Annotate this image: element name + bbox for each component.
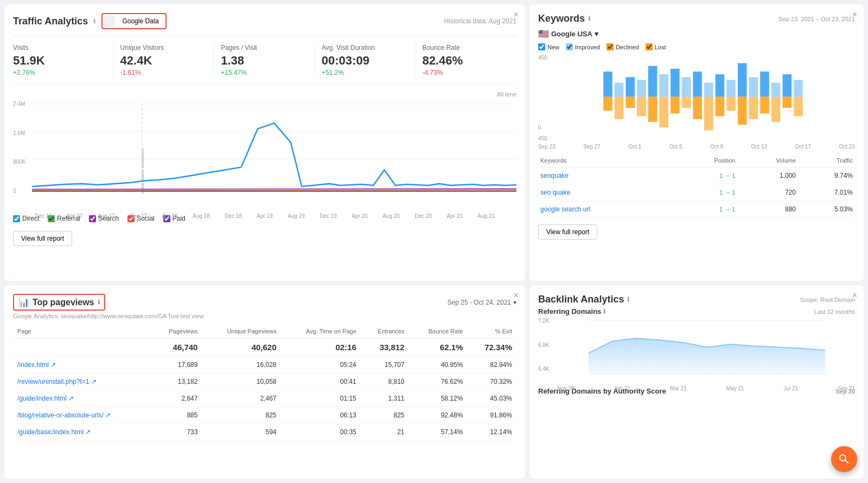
filter-improved[interactable]: Improved <box>566 43 600 50</box>
metric-visits: Visits 51.9K +2.76% <box>13 42 114 79</box>
x-aug18: Aug 18 <box>193 213 210 219</box>
filter-new-checkbox[interactable] <box>538 43 545 50</box>
kw-link-google-search[interactable]: google search url <box>540 205 590 213</box>
kw-link-seoquake2[interactable]: seo quake <box>540 189 570 196</box>
metric-uv-change: -1.61% <box>120 69 208 76</box>
keywords-table: Keywords Position Volume Traffic seoquak… <box>538 154 855 218</box>
kw-x-oct17: Oct 17 <box>795 144 811 150</box>
semrush-data-btn[interactable] <box>104 15 114 27</box>
kw-traffic-seoquake: 9.74% <box>798 168 855 184</box>
metric-pv-change: +15.47% <box>221 69 308 76</box>
kw-pos-seoquake: 1 → 1 <box>674 168 738 184</box>
filter-lost-label: Lost <box>655 44 666 50</box>
kw-link-seoquake[interactable]: seoquake <box>540 172 569 179</box>
svg-rect-17 <box>716 74 725 96</box>
svg-rect-40 <box>771 96 781 121</box>
x-aug20: Aug 20 <box>382 213 400 219</box>
search-fab[interactable] <box>831 446 857 472</box>
metric-visits-label: Visits <box>13 44 107 51</box>
kw-y-positive: 450 <box>538 55 547 61</box>
country-select[interactable]: 🇺🇸 Google USA ▾ <box>538 29 855 39</box>
pageviews-close-btn[interactable]: × <box>514 291 519 300</box>
bl-y-68k: 6.8K <box>538 342 550 348</box>
pv-row-4: /guide/basic/index.html ↗ 733 594 00:35 … <box>13 424 516 441</box>
pv-exit-1: 70.32% <box>467 373 516 390</box>
metric-uv-label: Unique Visitors <box>120 44 208 51</box>
traffic-info-icon[interactable]: ℹ <box>93 17 96 25</box>
pv-link-0[interactable]: /index.html ↗ <box>17 361 56 369</box>
filter-lost-checkbox[interactable] <box>646 43 653 50</box>
metric-br-change: -4.73% <box>422 69 510 76</box>
svg-rect-34 <box>704 96 713 130</box>
traffic-close-btn[interactable]: × <box>514 10 519 20</box>
keywords-view-report-btn[interactable]: View full report <box>538 224 597 240</box>
pv-pageviews-2: 2,647 <box>151 390 202 407</box>
pv-link-4[interactable]: /guide/basic/index.html ↗ <box>17 428 91 436</box>
pv-link-3[interactable]: /blog/relative-or-absolute-urls/ ↗ <box>17 411 111 419</box>
ref-domains-info-icon[interactable]: ℹ <box>603 308 605 315</box>
pageviews-date-range[interactable]: Sep 25 - Oct 24, 2021 ▾ <box>448 299 516 306</box>
pv-unique-0: 16,028 <box>202 357 280 373</box>
x-dec17: Dec 17 <box>130 213 147 219</box>
pageviews-icon: 📊 <box>18 297 29 307</box>
totals-exit: 72.34% <box>467 338 516 357</box>
filter-declined-checkbox[interactable] <box>607 43 614 50</box>
kw-pos-google-search: 1 → 1 <box>674 201 738 218</box>
svg-rect-41 <box>783 96 792 108</box>
backlink-close-btn[interactable]: × <box>852 291 857 300</box>
ref-domains-title-text: Referring Domains <box>538 307 601 315</box>
keywords-info-icon[interactable]: ℹ <box>588 15 590 22</box>
keywords-chart-xaxis: Sep 23 Sep 27 Oct 1 Oct 5 Oct 9 Oct 13 O… <box>538 144 855 150</box>
pv-row-3: /blog/relative-or-absolute-urls/ ↗ 885 8… <box>13 407 516 424</box>
filter-declined-label: Declined <box>616 44 639 50</box>
keywords-chart-svg <box>538 55 855 141</box>
svg-rect-7 <box>603 72 612 96</box>
backlink-info-icon[interactable]: ℹ <box>627 296 629 303</box>
pv-bounce-1: 76.62% <box>409 373 468 390</box>
scope-label: Scope: Root Domain <box>800 297 856 303</box>
pv-row-1: /review/uninstall.php?t=1 ↗ 13,182 10,05… <box>13 373 516 390</box>
filter-declined[interactable]: Declined <box>607 43 639 50</box>
filter-lost[interactable]: Lost <box>646 43 666 50</box>
metric-br-label: Bounce Rate <box>422 44 510 51</box>
pageviews-info-icon[interactable]: ℹ <box>98 299 100 306</box>
pv-avgtime-4: 00:35 <box>281 424 361 441</box>
filter-improved-checkbox[interactable] <box>566 43 573 50</box>
traffic-view-report-btn[interactable]: View full report <box>13 231 72 246</box>
pv-pageviews-4: 733 <box>151 424 202 441</box>
metric-avd-label: Avg. Visit Duration <box>322 44 409 51</box>
metric-uv-value: 42.4K <box>120 54 208 68</box>
pv-link-1[interactable]: /review/uninstall.php?t=1 ↗ <box>17 378 97 385</box>
svg-rect-25 <box>603 96 612 111</box>
filter-new[interactable]: New <box>538 43 559 50</box>
pv-pageviews-3: 885 <box>151 407 202 424</box>
bl-x-may21: May 21 <box>726 385 744 391</box>
pv-pageviews-0: 17,689 <box>151 357 202 373</box>
totals-bounce: 62.1% <box>409 338 468 357</box>
filter-new-label: New <box>547 44 559 50</box>
kw-vol-seoquake2: 720 <box>737 184 798 201</box>
totals-avgtime: 02:16 <box>281 338 361 357</box>
metric-avg-duration: Avg. Visit Duration 00:03:09 +51.2% <box>315 42 416 79</box>
google-data-btn[interactable]: Google Data <box>117 15 164 27</box>
country-name: Google USA <box>551 30 592 38</box>
pv-bounce-4: 57.14% <box>409 424 468 441</box>
x-aug17: Aug 17 <box>98 213 115 219</box>
totals-pageviews: 46,740 <box>151 338 202 357</box>
keywords-date-range: Sep 23, 2021 – Oct 23, 2021 <box>778 16 855 22</box>
pv-pageviews-1: 13,182 <box>151 373 202 390</box>
search-fab-icon <box>838 453 851 466</box>
pv-col-bounce: Bounce Rate <box>409 325 468 338</box>
keywords-close-btn[interactable]: × <box>852 10 857 20</box>
pageviews-title-box: 📊 Top pageviews ℹ <box>13 294 105 311</box>
kw-col-keyword: Keywords <box>538 154 674 168</box>
traffic-chart-svg: Undefined mobile traffic <box>13 91 516 210</box>
x-dec16: Dec 16 <box>35 213 52 219</box>
pageviews-subtitle: Google Analytics: seoquake/http://www.se… <box>13 313 516 319</box>
pageviews-table: Page Pageviews Unique Pageviews Avg. Tim… <box>13 325 516 441</box>
filter-improved-label: Improved <box>575 44 600 50</box>
pv-link-2[interactable]: /guide/index.html ↗ <box>17 395 74 402</box>
kw-y-zero: 0 <box>538 125 541 131</box>
pv-col-exit: % Exit <box>467 325 516 338</box>
svg-rect-12 <box>659 74 668 96</box>
